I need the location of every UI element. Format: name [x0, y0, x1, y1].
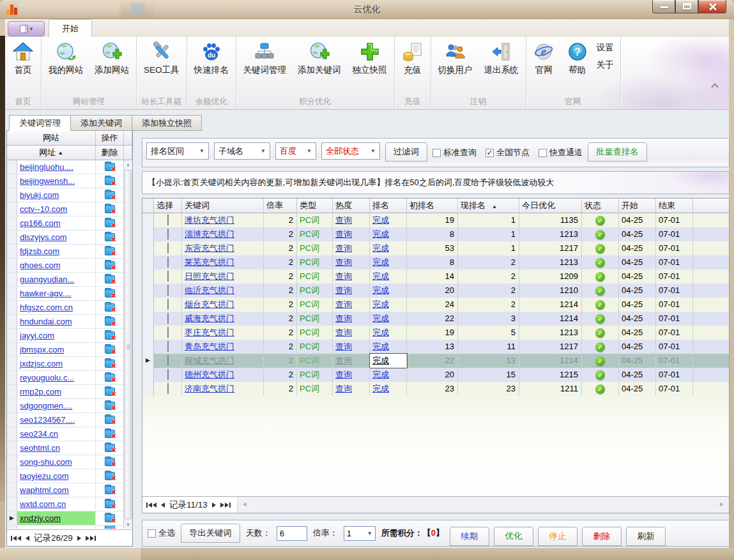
delete-site-icon[interactable]: [105, 303, 115, 312]
heat-query-link[interactable]: 查询: [335, 314, 352, 323]
rank-done-link[interactable]: 完成: [372, 356, 389, 365]
heat-query-link[interactable]: 查询: [335, 342, 352, 351]
grid-column-header-现排名[interactable]: 现排名▲: [458, 199, 519, 213]
ribbon-small-button-设置[interactable]: 设置: [597, 42, 614, 54]
scrollbar-thumb[interactable]: [125, 170, 132, 519]
heat-query-link[interactable]: 查询: [335, 215, 352, 225]
filter-dropdown-百度[interactable]: 百度▼: [275, 142, 316, 160]
delete-site-icon[interactable]: [105, 444, 115, 452]
sites-col-del[interactable]: 删除: [96, 146, 124, 160]
grid-column-header-排名[interactable]: 排名: [370, 199, 407, 213]
pager-first-button[interactable]: [146, 503, 157, 508]
rank-done-link[interactable]: 完成: [372, 328, 389, 337]
rank-done-link[interactable]: 完成: [372, 271, 389, 281]
heat-query-link[interactable]: 查询: [335, 229, 352, 239]
delete-site-icon[interactable]: [105, 205, 115, 213]
site-row[interactable]: guangyudian...: [7, 273, 124, 287]
site-row[interactable]: jbmspx.com: [7, 343, 124, 357]
site-link[interactable]: reyouguolu.c...: [20, 373, 74, 382]
horizontal-scrollbar[interactable]: ◀ ▶: [238, 497, 729, 513]
grid-column-header-状态[interactable]: 状态: [582, 199, 619, 213]
keyword-link[interactable]: 济南充气拱门: [185, 384, 234, 393]
keyword-link[interactable]: 日照充气拱门: [185, 271, 234, 281]
停止-button[interactable]: 停止: [538, 527, 577, 546]
keyword-link[interactable]: 德州充气拱门: [185, 370, 234, 379]
delete-site-icon[interactable]: [105, 374, 115, 382]
pager-next-button[interactable]: [212, 503, 216, 508]
close-button[interactable]: [698, 0, 726, 13]
site-link[interactable]: hfgszc.com.cn: [20, 303, 73, 312]
rank-done-link[interactable]: 完成: [372, 314, 389, 323]
delete-site-icon[interactable]: [105, 416, 115, 424]
site-row[interactable]: biyukj.com: [7, 188, 124, 202]
tab-添加关键词[interactable]: 添加关键词: [71, 115, 132, 131]
keyword-link[interactable]: 烟台充气拱门: [185, 299, 234, 309]
checkbox-checked[interactable]: ✓: [486, 149, 494, 157]
ribbon-button-添加关键词[interactable]: 添加关键词: [292, 38, 347, 77]
site-row[interactable]: beijingluohu....: [7, 160, 124, 174]
ribbon-button-添加网站[interactable]: 添加网站: [89, 38, 135, 77]
days-input[interactable]: 6: [277, 526, 307, 541]
delete-site-icon[interactable]: [105, 430, 115, 438]
site-row[interactable]: sdgongmen....: [7, 399, 124, 413]
rate-select[interactable]: 1▼: [344, 526, 376, 541]
ribbon-button-关键词管理[interactable]: 关键词管理: [238, 38, 293, 77]
site-link[interactable]: wxtd.com.cn: [20, 499, 66, 509]
keyword-row[interactable]: 临沂充气拱门2PC词查询完成2021210✓04-2507-01: [142, 284, 729, 298]
checkbox-unchecked[interactable]: [432, 149, 441, 157]
delete-site-icon[interactable]: [105, 486, 115, 494]
ribbon-button-SEO工具[interactable]: SEO工具: [138, 38, 185, 77]
ribbon-button-充值[interactable]: 充值: [396, 38, 429, 77]
heat-query-link[interactable]: 查询: [335, 257, 352, 267]
site-row[interactable]: reyouguolu.c...: [7, 371, 124, 385]
keyword-row[interactable]: 德州充气拱门2PC词查询完成20151215✓04-2507-01: [142, 368, 729, 382]
keyword-row[interactable]: 东营充气拱门2PC词查询完成5311217✓04-2507-01: [142, 241, 729, 255]
heat-query-link[interactable]: 查询: [335, 370, 352, 379]
keyword-link[interactable]: 临沂充气拱门: [185, 285, 234, 295]
rank-done-link[interactable]: 完成: [372, 299, 389, 309]
ribbon-button-帮助[interactable]: ?帮助: [561, 38, 594, 77]
delete-site-icon[interactable]: [105, 359, 115, 368]
site-link[interactable]: jxdzjsc.com: [20, 359, 63, 368]
row-checkbox[interactable]: [167, 355, 169, 366]
ribbon-small-button-关于[interactable]: 关于: [597, 59, 614, 71]
grid-column-header-结束[interactable]: 结束: [656, 199, 693, 213]
delete-site-icon[interactable]: [105, 177, 115, 185]
grid-column-header-类型[interactable]: 类型: [297, 199, 333, 213]
delete-site-icon[interactable]: [105, 247, 115, 255]
minimize-button[interactable]: [652, 0, 675, 13]
site-link[interactable]: hndundai.com: [20, 317, 72, 326]
keyword-row[interactable]: 青岛充气拱门2PC词查询完成13111217✓04-2507-01: [142, 340, 729, 354]
row-checkbox[interactable]: [167, 285, 169, 296]
filter-dropdown-排名区间[interactable]: 排名区间▼: [146, 142, 209, 160]
scroll-left-icon[interactable]: ◀: [243, 501, 247, 507]
site-link[interactable]: dlszyjys.com: [20, 232, 67, 242]
maximize-button[interactable]: [675, 0, 698, 13]
site-link[interactable]: cctv--10.com: [20, 204, 67, 214]
filter-dropdown-子域名[interactable]: 子域名▼: [214, 142, 270, 160]
pager-prev-button[interactable]: [26, 536, 29, 541]
sites-col-site[interactable]: 网站: [7, 131, 96, 145]
row-checkbox[interactable]: [167, 271, 169, 282]
续期-button[interactable]: 续期: [450, 527, 489, 546]
site-row[interactable]: seo1234567....: [7, 413, 124, 427]
heat-query-link[interactable]: 查询: [335, 356, 352, 365]
site-link[interactable]: fdjzsb.com: [20, 246, 59, 256]
site-row[interactable]: jayyj.com: [7, 329, 124, 343]
ribbon-button-快速排名[interactable]: du快速排名: [188, 38, 234, 77]
sites-col-op[interactable]: 操作: [96, 131, 124, 145]
row-checkbox[interactable]: [167, 369, 169, 380]
site-row[interactable]: fdjzsb.com: [7, 245, 124, 259]
row-checkbox[interactable]: [167, 215, 169, 225]
keyword-row[interactable]: ▶聊城充气拱门2PC词查询完成22131214✓04-2507-01: [142, 354, 729, 368]
keyword-row[interactable]: 日照充气拱门2PC词查询完成1421209✓04-2507-01: [142, 269, 729, 284]
site-row[interactable]: waphtml.com: [7, 483, 124, 497]
site-row[interactable]: seohtml.cn: [7, 441, 124, 455]
row-checkbox[interactable]: [167, 327, 169, 338]
tab-添加独立快照[interactable]: 添加独立快照: [132, 115, 202, 131]
grid-column-header-初排名[interactable]: 初排名: [407, 199, 458, 213]
keyword-row[interactable]: 潍坊充气拱门2PC词查询完成1911135✓04-2507-01: [142, 213, 729, 227]
checkbox-unchecked[interactable]: [539, 149, 547, 157]
delete-site-icon[interactable]: [105, 261, 115, 269]
pager-first-button[interactable]: [11, 536, 21, 541]
